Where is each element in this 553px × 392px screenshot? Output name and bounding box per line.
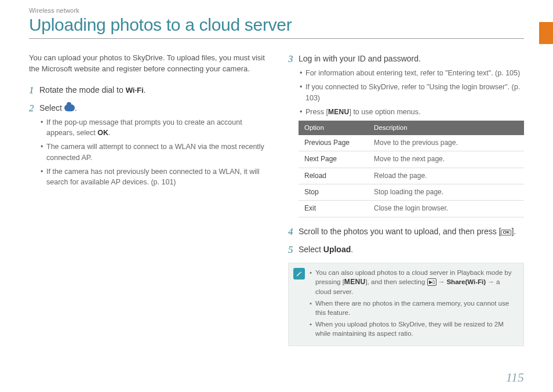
intro-text: You can upload your photos to SkyDrive. … [29,53,265,75]
title-rule [29,38,524,39]
option-name: Stop [299,184,368,200]
step-text-pre: Select [39,103,64,112]
bullet-pre: If the pop-up message that prompts you t… [46,118,242,137]
option-desc: Move to the next page. [368,151,524,168]
bullet: If you connected to SkyDrive, refer to "… [300,82,524,103]
note-bold: Share(Wi-Fi) [446,278,486,285]
bullet-post: . [108,129,110,137]
step-text-pre: Rotate the mode dial to [39,85,126,95]
bullet-post: ] to use option menus. [349,108,420,116]
note-item: When there are no photos in the camera m… [310,299,518,317]
option-desc: Reload the page. [368,168,524,184]
step-body: Select Upload. [299,244,524,256]
note-box: You can also upload photos to a cloud se… [288,263,524,346]
step-number: 1 [29,84,39,96]
note-mid2: → [436,278,447,285]
bullet: The camera will attempt to connect to a … [41,141,265,162]
option-desc: Stop loading the page. [368,184,524,200]
right-column: 3 Log in with your ID and password. For … [288,53,524,346]
pen-icon [293,268,305,280]
step-1: 1 Rotate the mode dial to Wi·Fi. [29,84,265,96]
step-number: 5 [288,244,299,256]
table-row: Previous PageMove to the previous page. [299,135,524,151]
step-text-pre: Scroll to the photos you want to upload,… [299,227,501,236]
ok-icon: OK [501,230,511,235]
step-5: 5 Select Upload. [288,244,524,256]
bullet-bold: OK [97,129,108,137]
step-number: 4 [288,226,299,238]
breadcrumb: Wireless network [29,7,524,14]
note-list: You can also upload photos to a cloud se… [310,263,523,345]
content-columns: You can upload your photos to SkyDrive. … [29,53,524,346]
bullet: If the camera has not previously been co… [41,166,265,187]
step-text-post: . [75,103,77,112]
step-text-post: . [144,85,146,95]
step-2-bullets: If the pop-up message that prompts you t… [39,117,265,187]
share-icon: ▶▯ [427,278,436,286]
step-number: 3 [288,53,299,217]
step-body: Rotate the mode dial to Wi·Fi. [39,84,265,96]
step-body: Scroll to the photos you want to upload,… [299,226,524,238]
step-3: 3 Log in with your ID and password. For … [288,53,524,217]
note-mid1: ], and then selecting [365,278,427,285]
step-number: 2 [29,102,39,191]
bullet: If the pop-up message that prompts you t… [41,117,265,138]
option-desc: Close the login browser. [368,201,524,217]
table-header-option: Option [299,121,368,135]
option-name: Reload [299,168,368,184]
table-row: ReloadReload the page. [299,168,524,184]
step-3-bullets: For information about entering text, ref… [299,68,524,117]
table-row: Next PageMove to the next page. [299,151,524,168]
table-row: StopStop loading the page. [299,184,524,200]
table-header-description: Description [368,121,524,135]
step-text-post: . [351,245,353,254]
bullet: Press [MENU] to use option menus. [300,107,524,117]
note-icon-wrap [289,263,310,345]
note-item: You can also upload photos to a cloud se… [310,268,518,296]
options-table: Option Description Previous PageMove to … [299,121,524,217]
step-2: 2 Select . If the pop-up message that pr… [29,102,265,191]
left-column: You can upload your photos to SkyDrive. … [29,53,265,346]
step-title: Select . [39,102,265,114]
header: Wireless network Uploading photos to a c… [29,7,524,39]
menu-icon: MENU [328,108,350,116]
note-item: When you upload photos to SkyDrive, they… [310,320,518,338]
step-4: 4 Scroll to the photos you want to uploa… [288,226,524,238]
step-bold: Upload [323,245,351,254]
menu-icon: MENU [344,278,366,286]
option-desc: Move to the previous page. [368,135,524,151]
page: Wireless network Uploading photos to a c… [0,0,553,392]
step-text-pre: Select [299,245,323,254]
option-name: Previous Page [299,135,368,151]
page-number: 115 [506,370,524,385]
bullet-pre: Press [ [305,108,328,116]
cloud-icon [64,104,75,111]
table-row: ExitClose the login browser. [299,201,524,217]
option-name: Exit [299,201,368,217]
step-text-post: ]. [511,227,516,236]
step-title: Log in with your ID and password. [299,53,524,64]
step-body: Select . If the pop-up message that prom… [39,102,265,191]
option-name: Next Page [299,151,368,168]
bullet: For information about entering text, ref… [300,68,524,78]
step-body: Log in with your ID and password. For in… [299,53,524,217]
wifi-icon: Wi·Fi [126,86,144,95]
page-title: Uploading photos to a cloud server [29,15,524,35]
